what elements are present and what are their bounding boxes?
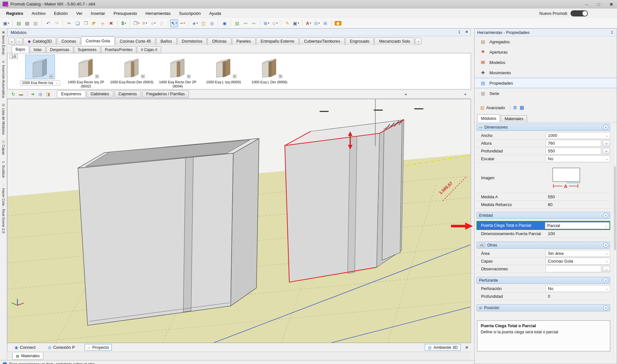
category-tab[interactable]: Superiores [74, 46, 100, 53]
dim-puerta-value[interactable]: 100 [546, 230, 610, 237]
catalog-tab[interactable]: ◆ Entrepaño Externo [256, 37, 299, 45]
expand-button[interactable]: » [602, 148, 610, 154]
filter-tab[interactable]: Fregaderos / Parrillas [142, 90, 189, 98]
dimension[interactable]: ┅ ▾ [179, 19, 186, 27]
door-measure[interactable]: ◫ ▾ [200, 19, 207, 27]
forward-arrow[interactable]: ⇨ ▾ [250, 19, 258, 27]
line-style-icon[interactable]: ▬ [17, 90, 25, 98]
menu-item[interactable]: Ayuda [205, 10, 225, 17]
catalog-tab[interactable]: ◆ Baños [156, 37, 176, 45]
filter-tab[interactable]: Cajoneros [114, 90, 141, 98]
folder-export[interactable]: ▨ ▾ [233, 19, 241, 27]
tool-item[interactable]: ▤ Propiedades [475, 78, 617, 88]
area-combo[interactable]: Sin área⌄ [546, 250, 610, 257]
save[interactable]: ▣ ▾ [2, 19, 10, 27]
format-brush[interactable]: ◤ ▾ [90, 19, 98, 27]
catalog-tab[interactable]: ◆ Oficinas [207, 37, 231, 45]
minimize-button[interactable]: – [585, 2, 588, 7]
print[interactable]: ▤ ▾ [23, 19, 31, 27]
menu-item[interactable]: Insertar [87, 10, 109, 17]
close-panel-icon[interactable]: ✖ [465, 30, 468, 35]
profundidad-input[interactable]: 550 [546, 148, 601, 154]
properties-tab[interactable]: Materiales [501, 115, 527, 122]
freeform[interactable]: ○ ▾ [149, 19, 157, 27]
catalog-tab[interactable]: ◆ Mecanizado Solo [374, 37, 414, 45]
catalog-tab[interactable]: ◆ Engrosado [345, 37, 374, 45]
escalar-combo[interactable]: No⌄ [546, 155, 610, 162]
structure-refresh-icon[interactable]: ↻ [10, 90, 17, 98]
search-binoculars-icon[interactable]: ◎ [37, 90, 44, 98]
section-otras[interactable]: etc Otras « [476, 242, 610, 249]
eye[interactable]: ◉ ▾ [221, 19, 228, 27]
altura-input[interactable]: 760 [546, 140, 601, 147]
category-tab[interactable]: Puertas/Frentes [101, 46, 136, 53]
list-view-icon[interactable]: ≣ [513, 105, 517, 110]
module-thumbnail[interactable]: ▦ 1000 Esq L Izq (9005) ⌄ 1000 Esq L Izq… [201, 53, 246, 89]
observaciones-input[interactable] [546, 265, 601, 272]
layout-blocks[interactable]: ⊟ ▾ [313, 19, 321, 27]
module-thumbnail[interactable]: ▦ 1400 Esq Recto Izq 2P (9002) ⌄ 1400 Es… [63, 53, 109, 89]
user[interactable]: ☻ ▾ [334, 19, 342, 27]
viewport-mode-button[interactable]: ▱ Proyecto [85, 344, 112, 351]
section-perfurante[interactable]: Perfurante « [476, 277, 610, 284]
menu-item[interactable]: Ver [72, 10, 87, 17]
section-dimensiones[interactable]: ▭ Dimensiones « [476, 124, 610, 131]
cut[interactable]: ✂ ▾ [65, 19, 73, 27]
layout-window[interactable]: ❒ ▾ [132, 19, 140, 27]
tool-item[interactable]: M Modelos [475, 57, 617, 68]
property-row-puerta-ciega[interactable]: Puerta Ciega Total o Parcial Parcial⌄ [476, 221, 610, 230]
close-view-icon[interactable]: ✖ [465, 345, 468, 350]
menu-item[interactable]: Presupuesto [109, 10, 141, 17]
globe[interactable]: ◎ ▾ [208, 19, 216, 27]
category-tab[interactable]: Bajos [12, 45, 29, 53]
collapse-icon[interactable]: « [603, 305, 608, 310]
section-posicion[interactable]: ⊞ Posición « [476, 304, 610, 311]
docked-panel-tab[interactable]: ▤ Lista de Módulos [2, 103, 5, 135]
medida-a-value[interactable]: 550 [546, 193, 610, 200]
collapse-icon[interactable]: « [603, 213, 608, 218]
scroll-right-icon[interactable]: ▸ [465, 92, 466, 96]
box-3d[interactable]: ◇ ▾ [271, 19, 279, 27]
menu-item[interactable]: Archivo [27, 10, 50, 17]
materials-tab[interactable]: ▦ Materiales [12, 353, 43, 360]
catalog-tab[interactable]: ◆ Cocinas Gola [81, 36, 114, 45]
right-cabinet-selected[interactable] [285, 119, 404, 282]
collapse-icon[interactable]: « [603, 125, 608, 130]
undo[interactable]: ↶ ▾ [44, 19, 52, 27]
advanced-button[interactable]: ▤ Avanzado [478, 104, 507, 111]
print-catalog[interactable]: ▤ ▾ [15, 19, 23, 27]
category-tab[interactable]: Islas [30, 46, 46, 53]
layers-3d[interactable]: ◈ ▾ [191, 19, 199, 27]
tool-item[interactable]: ✚ Movimiento [475, 68, 617, 78]
tool-item[interactable]: ▦ Serie [475, 88, 617, 99]
redo[interactable]: ↷ ▾ [53, 19, 60, 27]
grid-view-icon[interactable]: ▦ [519, 105, 524, 110]
left-cabinet[interactable] [78, 139, 259, 325]
tab-scroll-next-button[interactable]: › [415, 38, 422, 45]
catalog-tab[interactable]: ◆ Cocinas Corte 45 [115, 37, 156, 45]
category-tab[interactable]: Despensas [46, 46, 73, 53]
pin-icon[interactable]: ↧ [458, 30, 461, 35]
profundidad-perf-value[interactable]: 0 [546, 293, 610, 300]
catalog-tab[interactable]: ◆ Paneles [232, 37, 256, 45]
back-arrow[interactable]: ⇦ ▾ [242, 19, 249, 27]
replace-icon[interactable]: ◨ [45, 90, 52, 98]
scroll-left-icon[interactable]: ◂ [404, 92, 406, 96]
viewport-mode-button[interactable]: ◎ Conexión P [45, 344, 78, 350]
category-tab[interactable]: # Cajas # [137, 46, 161, 53]
menu-item[interactable]: Edición [50, 10, 72, 17]
insert-column[interactable]: ╤ ▾ [99, 19, 107, 27]
pin-icon[interactable]: ↧ [610, 30, 613, 35]
maximize-button[interactable]: □ [597, 2, 600, 7]
medida-refuerzo-value[interactable]: 60 [546, 201, 610, 208]
menu-item[interactable]: Registro [2, 10, 27, 17]
filter-tab[interactable]: Gabinetes [87, 90, 113, 98]
module-thumbnail[interactable]: ▦ 1400 Esq Recto Der 2P (9004) ⌄ 1400 Es… [155, 53, 201, 89]
module-thumbnail[interactable]: ▦ 1000 Esq L Der (9006) ⌄ 1000 Esq L Der… [246, 53, 292, 89]
wall[interactable]: ▯ ▾ [158, 19, 165, 27]
docked-panel-tab[interactable]: ◌ Hacer Cola - Real Scene 2.0 [2, 183, 5, 233]
module-thumbnail[interactable]: ▦ 1000 Esq Recto Der (9003) ⌄ 1000 Esq R… [109, 53, 155, 89]
print-preview[interactable]: ▤ ▾ [32, 19, 39, 27]
menu-item[interactable]: Suscripción [175, 10, 205, 17]
tool-item[interactable]: ▤ Agregados [475, 36, 617, 47]
